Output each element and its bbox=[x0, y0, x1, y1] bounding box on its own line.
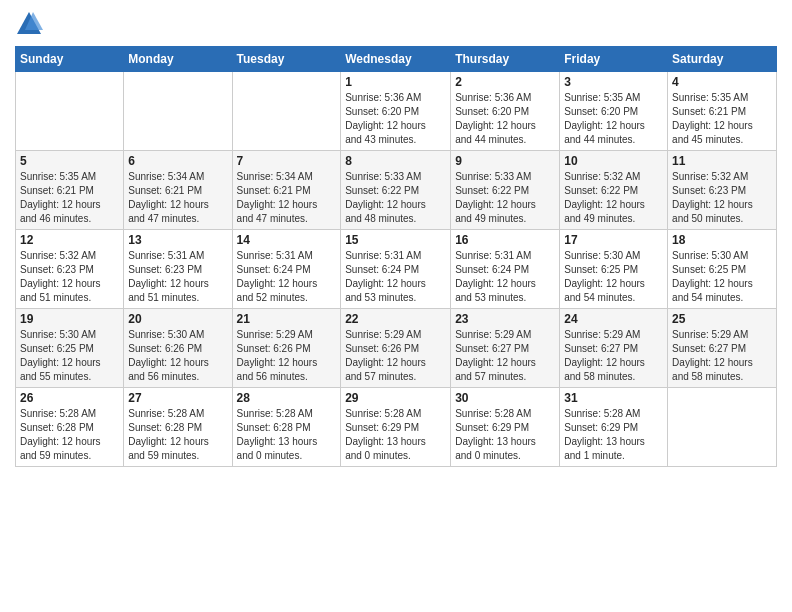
day-info: Sunrise: 5:28 AM Sunset: 6:28 PM Dayligh… bbox=[237, 407, 337, 463]
calendar-cell: 10Sunrise: 5:32 AM Sunset: 6:22 PM Dayli… bbox=[560, 151, 668, 230]
day-number: 6 bbox=[128, 154, 227, 168]
col-header-sunday: Sunday bbox=[16, 47, 124, 72]
day-number: 11 bbox=[672, 154, 772, 168]
day-info: Sunrise: 5:28 AM Sunset: 6:28 PM Dayligh… bbox=[128, 407, 227, 463]
day-info: Sunrise: 5:31 AM Sunset: 6:23 PM Dayligh… bbox=[128, 249, 227, 305]
calendar-cell: 31Sunrise: 5:28 AM Sunset: 6:29 PM Dayli… bbox=[560, 388, 668, 467]
day-number: 9 bbox=[455, 154, 555, 168]
calendar-cell: 30Sunrise: 5:28 AM Sunset: 6:29 PM Dayli… bbox=[451, 388, 560, 467]
calendar-cell: 12Sunrise: 5:32 AM Sunset: 6:23 PM Dayli… bbox=[16, 230, 124, 309]
day-number: 14 bbox=[237, 233, 337, 247]
calendar-cell: 13Sunrise: 5:31 AM Sunset: 6:23 PM Dayli… bbox=[124, 230, 232, 309]
header bbox=[15, 10, 777, 38]
page: SundayMondayTuesdayWednesdayThursdayFrid… bbox=[0, 0, 792, 612]
day-info: Sunrise: 5:28 AM Sunset: 6:28 PM Dayligh… bbox=[20, 407, 119, 463]
day-info: Sunrise: 5:33 AM Sunset: 6:22 PM Dayligh… bbox=[345, 170, 446, 226]
day-number: 29 bbox=[345, 391, 446, 405]
calendar-cell bbox=[668, 388, 777, 467]
day-info: Sunrise: 5:31 AM Sunset: 6:24 PM Dayligh… bbox=[237, 249, 337, 305]
col-header-monday: Monday bbox=[124, 47, 232, 72]
calendar-cell: 24Sunrise: 5:29 AM Sunset: 6:27 PM Dayli… bbox=[560, 309, 668, 388]
day-info: Sunrise: 5:29 AM Sunset: 6:26 PM Dayligh… bbox=[237, 328, 337, 384]
calendar-cell: 22Sunrise: 5:29 AM Sunset: 6:26 PM Dayli… bbox=[341, 309, 451, 388]
logo bbox=[15, 10, 47, 38]
day-number: 12 bbox=[20, 233, 119, 247]
day-info: Sunrise: 5:32 AM Sunset: 6:22 PM Dayligh… bbox=[564, 170, 663, 226]
day-number: 27 bbox=[128, 391, 227, 405]
day-number: 2 bbox=[455, 75, 555, 89]
calendar-cell: 2Sunrise: 5:36 AM Sunset: 6:20 PM Daylig… bbox=[451, 72, 560, 151]
day-info: Sunrise: 5:30 AM Sunset: 6:26 PM Dayligh… bbox=[128, 328, 227, 384]
day-info: Sunrise: 5:29 AM Sunset: 6:26 PM Dayligh… bbox=[345, 328, 446, 384]
day-info: Sunrise: 5:29 AM Sunset: 6:27 PM Dayligh… bbox=[564, 328, 663, 384]
calendar-cell: 29Sunrise: 5:28 AM Sunset: 6:29 PM Dayli… bbox=[341, 388, 451, 467]
calendar-cell: 7Sunrise: 5:34 AM Sunset: 6:21 PM Daylig… bbox=[232, 151, 341, 230]
calendar-cell: 11Sunrise: 5:32 AM Sunset: 6:23 PM Dayli… bbox=[668, 151, 777, 230]
day-number: 26 bbox=[20, 391, 119, 405]
day-info: Sunrise: 5:33 AM Sunset: 6:22 PM Dayligh… bbox=[455, 170, 555, 226]
calendar-cell: 20Sunrise: 5:30 AM Sunset: 6:26 PM Dayli… bbox=[124, 309, 232, 388]
day-info: Sunrise: 5:30 AM Sunset: 6:25 PM Dayligh… bbox=[564, 249, 663, 305]
calendar-cell: 4Sunrise: 5:35 AM Sunset: 6:21 PM Daylig… bbox=[668, 72, 777, 151]
day-number: 3 bbox=[564, 75, 663, 89]
day-number: 15 bbox=[345, 233, 446, 247]
day-number: 30 bbox=[455, 391, 555, 405]
calendar-week-5: 26Sunrise: 5:28 AM Sunset: 6:28 PM Dayli… bbox=[16, 388, 777, 467]
day-number: 21 bbox=[237, 312, 337, 326]
day-number: 31 bbox=[564, 391, 663, 405]
calendar-header-row: SundayMondayTuesdayWednesdayThursdayFrid… bbox=[16, 47, 777, 72]
day-number: 28 bbox=[237, 391, 337, 405]
day-info: Sunrise: 5:30 AM Sunset: 6:25 PM Dayligh… bbox=[20, 328, 119, 384]
day-number: 22 bbox=[345, 312, 446, 326]
calendar-cell: 19Sunrise: 5:30 AM Sunset: 6:25 PM Dayli… bbox=[16, 309, 124, 388]
logo-icon bbox=[15, 10, 43, 38]
day-number: 19 bbox=[20, 312, 119, 326]
col-header-friday: Friday bbox=[560, 47, 668, 72]
day-number: 10 bbox=[564, 154, 663, 168]
calendar-cell bbox=[124, 72, 232, 151]
calendar-cell: 23Sunrise: 5:29 AM Sunset: 6:27 PM Dayli… bbox=[451, 309, 560, 388]
calendar-cell: 8Sunrise: 5:33 AM Sunset: 6:22 PM Daylig… bbox=[341, 151, 451, 230]
calendar-week-4: 19Sunrise: 5:30 AM Sunset: 6:25 PM Dayli… bbox=[16, 309, 777, 388]
day-number: 17 bbox=[564, 233, 663, 247]
day-info: Sunrise: 5:31 AM Sunset: 6:24 PM Dayligh… bbox=[455, 249, 555, 305]
day-info: Sunrise: 5:34 AM Sunset: 6:21 PM Dayligh… bbox=[237, 170, 337, 226]
day-number: 18 bbox=[672, 233, 772, 247]
day-info: Sunrise: 5:29 AM Sunset: 6:27 PM Dayligh… bbox=[672, 328, 772, 384]
day-number: 24 bbox=[564, 312, 663, 326]
calendar-week-2: 5Sunrise: 5:35 AM Sunset: 6:21 PM Daylig… bbox=[16, 151, 777, 230]
calendar-cell: 9Sunrise: 5:33 AM Sunset: 6:22 PM Daylig… bbox=[451, 151, 560, 230]
day-number: 8 bbox=[345, 154, 446, 168]
day-info: Sunrise: 5:32 AM Sunset: 6:23 PM Dayligh… bbox=[20, 249, 119, 305]
col-header-saturday: Saturday bbox=[668, 47, 777, 72]
calendar-cell: 25Sunrise: 5:29 AM Sunset: 6:27 PM Dayli… bbox=[668, 309, 777, 388]
calendar-week-3: 12Sunrise: 5:32 AM Sunset: 6:23 PM Dayli… bbox=[16, 230, 777, 309]
day-info: Sunrise: 5:28 AM Sunset: 6:29 PM Dayligh… bbox=[455, 407, 555, 463]
day-number: 23 bbox=[455, 312, 555, 326]
day-number: 5 bbox=[20, 154, 119, 168]
calendar-cell: 15Sunrise: 5:31 AM Sunset: 6:24 PM Dayli… bbox=[341, 230, 451, 309]
day-info: Sunrise: 5:28 AM Sunset: 6:29 PM Dayligh… bbox=[345, 407, 446, 463]
day-info: Sunrise: 5:30 AM Sunset: 6:25 PM Dayligh… bbox=[672, 249, 772, 305]
day-info: Sunrise: 5:32 AM Sunset: 6:23 PM Dayligh… bbox=[672, 170, 772, 226]
calendar-cell bbox=[16, 72, 124, 151]
col-header-tuesday: Tuesday bbox=[232, 47, 341, 72]
calendar-cell: 27Sunrise: 5:28 AM Sunset: 6:28 PM Dayli… bbox=[124, 388, 232, 467]
calendar-cell: 5Sunrise: 5:35 AM Sunset: 6:21 PM Daylig… bbox=[16, 151, 124, 230]
calendar-cell: 16Sunrise: 5:31 AM Sunset: 6:24 PM Dayli… bbox=[451, 230, 560, 309]
day-info: Sunrise: 5:35 AM Sunset: 6:20 PM Dayligh… bbox=[564, 91, 663, 147]
calendar-cell: 1Sunrise: 5:36 AM Sunset: 6:20 PM Daylig… bbox=[341, 72, 451, 151]
calendar-cell: 28Sunrise: 5:28 AM Sunset: 6:28 PM Dayli… bbox=[232, 388, 341, 467]
day-info: Sunrise: 5:36 AM Sunset: 6:20 PM Dayligh… bbox=[345, 91, 446, 147]
day-number: 13 bbox=[128, 233, 227, 247]
day-info: Sunrise: 5:35 AM Sunset: 6:21 PM Dayligh… bbox=[672, 91, 772, 147]
calendar-week-1: 1Sunrise: 5:36 AM Sunset: 6:20 PM Daylig… bbox=[16, 72, 777, 151]
col-header-thursday: Thursday bbox=[451, 47, 560, 72]
day-number: 1 bbox=[345, 75, 446, 89]
calendar-table: SundayMondayTuesdayWednesdayThursdayFrid… bbox=[15, 46, 777, 467]
calendar-cell: 17Sunrise: 5:30 AM Sunset: 6:25 PM Dayli… bbox=[560, 230, 668, 309]
calendar-cell: 6Sunrise: 5:34 AM Sunset: 6:21 PM Daylig… bbox=[124, 151, 232, 230]
calendar-cell bbox=[232, 72, 341, 151]
day-number: 20 bbox=[128, 312, 227, 326]
day-number: 4 bbox=[672, 75, 772, 89]
